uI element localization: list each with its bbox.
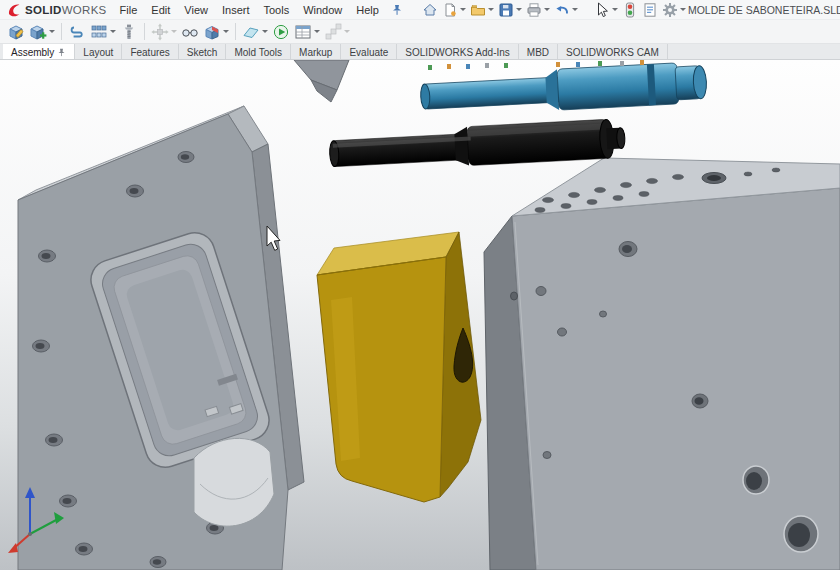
tab-label: Layout [83, 47, 113, 58]
undo-button[interactable] [552, 0, 580, 20]
mate-button[interactable] [66, 21, 88, 43]
select-button[interactable] [592, 0, 620, 20]
tab-label: Features [130, 47, 169, 58]
tab-layout[interactable]: Layout [75, 44, 122, 59]
insert-components-button[interactable] [27, 21, 57, 43]
linear-component-pattern-button[interactable] [88, 21, 118, 43]
main-menus: File Edit View Insert Tools Window Help [113, 2, 386, 18]
chevron-down-icon[interactable] [460, 8, 466, 11]
part-core-pin-black[interactable] [329, 118, 626, 172]
menu-view[interactable]: View [177, 2, 215, 18]
new-document-icon [442, 2, 458, 18]
tab-solidworks-cam[interactable]: SOLIDWORKS CAM [558, 44, 668, 59]
tab-label: Mold Tools [234, 47, 282, 58]
rebuild-button[interactable] [620, 0, 640, 20]
graphics-area[interactable] [0, 60, 840, 570]
new-motion-study-icon [272, 23, 290, 41]
part-mold-plate-left-cavity[interactable] [18, 106, 304, 570]
chevron-down-icon[interactable] [110, 30, 116, 33]
tab-label: SOLIDWORKS CAM [566, 47, 659, 58]
tab-mbd[interactable]: MBD [519, 44, 558, 59]
chevron-down-icon[interactable] [516, 8, 522, 11]
pin-menu-button[interactable] [386, 4, 408, 16]
home-icon [422, 2, 438, 18]
tab-solidworks-add-ins[interactable]: SOLIDWORKS Add-Ins [397, 44, 518, 59]
new-document-button[interactable] [440, 0, 468, 20]
menu-help[interactable]: Help [349, 2, 386, 18]
chevron-down-icon[interactable] [544, 8, 550, 11]
linear-component-pattern-icon [90, 23, 108, 41]
part-clamp-plate-partial[interactable] [294, 60, 349, 102]
menu-window[interactable]: Window [296, 2, 349, 18]
solidworks-window: SOLIDWORKS File Edit View Insert Tools W… [0, 0, 840, 570]
toolbar-separator [235, 23, 236, 40]
tab-markup[interactable]: Markup [291, 44, 341, 59]
select-icon [594, 2, 610, 18]
assembly-scene [0, 60, 840, 570]
chevron-down-icon[interactable] [262, 30, 268, 33]
show-hidden-components-icon [181, 23, 199, 41]
tab-label: MBD [527, 47, 549, 58]
chevron-down-icon[interactable] [488, 8, 494, 11]
home-button[interactable] [420, 0, 440, 20]
tab-mold-tools[interactable]: Mold Tools [226, 44, 291, 59]
menu-bar: SOLIDWORKS File Edit View Insert Tools W… [0, 0, 840, 20]
show-hidden-components-button[interactable] [179, 21, 201, 43]
assembly-features-icon [203, 23, 221, 41]
exploded-view-icon [324, 23, 342, 41]
tab-evaluate[interactable]: Evaluate [341, 44, 397, 59]
brand-text: SOLIDWORKS [25, 4, 107, 16]
tab-label: Assembly [11, 47, 54, 58]
move-component-button[interactable] [149, 21, 179, 43]
edit-component-button[interactable] [5, 21, 27, 43]
chevron-down-icon[interactable] [171, 30, 177, 33]
quick-access-toolbar [420, 0, 688, 20]
open-icon [470, 2, 486, 18]
tab-sketch[interactable]: Sketch [179, 44, 227, 59]
new-motion-study-button[interactable] [270, 21, 292, 43]
options-icon [662, 2, 678, 18]
command-toolbar [0, 20, 840, 44]
mate-icon [68, 23, 86, 41]
part-bushing-blue[interactable] [420, 61, 708, 117]
rebuild-icon [622, 2, 638, 18]
chevron-down-icon[interactable] [49, 30, 55, 33]
undo-icon [554, 2, 570, 18]
part-soap-dispenser-body[interactable] [317, 232, 481, 502]
menu-tools[interactable]: Tools [256, 2, 296, 18]
part-mold-plate-right[interactable] [484, 158, 840, 570]
print-button[interactable] [524, 0, 552, 20]
options-button[interactable] [660, 0, 688, 20]
save-icon [498, 2, 514, 18]
menu-insert[interactable]: Insert [215, 2, 257, 18]
x-axis-arrow [8, 543, 18, 553]
reference-geometry-icon [242, 23, 260, 41]
tab-pin-icon[interactable] [57, 48, 66, 57]
command-manager-tabs: Assembly Layout Features Sketch Mold Too… [0, 44, 840, 60]
save-button[interactable] [496, 0, 524, 20]
smart-fasteners-icon [120, 23, 138, 41]
menu-file[interactable]: File [113, 2, 145, 18]
menu-edit[interactable]: Edit [144, 2, 177, 18]
smart-fasteners-button[interactable] [118, 21, 140, 43]
assembly-features-button[interactable] [201, 21, 231, 43]
open-button[interactable] [468, 0, 496, 20]
toolbar-separator [144, 23, 145, 40]
chevron-down-icon[interactable] [314, 30, 320, 33]
exploded-view-button[interactable] [322, 21, 352, 43]
chevron-down-icon[interactable] [680, 8, 686, 11]
edit-component-icon [7, 23, 25, 41]
solidworks-logo[interactable]: SOLIDWORKS [4, 2, 113, 18]
reference-geometry-button[interactable] [240, 21, 270, 43]
chevron-down-icon[interactable] [223, 30, 229, 33]
tab-label: Evaluate [349, 47, 388, 58]
bill-of-materials-button[interactable] [292, 21, 322, 43]
chevron-down-icon[interactable] [612, 8, 618, 11]
chevron-down-icon[interactable] [344, 30, 350, 33]
tab-assembly[interactable]: Assembly [3, 44, 75, 59]
toolbar-separator [61, 23, 62, 40]
file-properties-button[interactable] [640, 0, 660, 20]
tab-features[interactable]: Features [122, 44, 178, 59]
chevron-down-icon[interactable] [572, 8, 578, 11]
tab-label: Sketch [187, 47, 218, 58]
